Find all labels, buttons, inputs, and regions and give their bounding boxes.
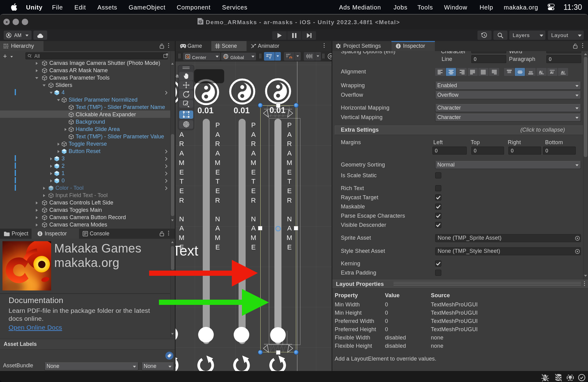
svg-text:Y: Y: [269, 56, 271, 59]
